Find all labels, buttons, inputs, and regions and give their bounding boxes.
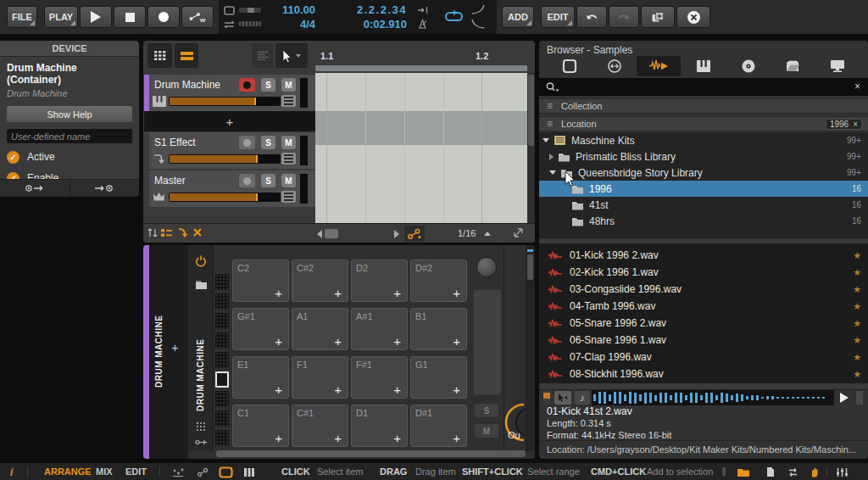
arranger-lanes[interactable] bbox=[315, 73, 527, 223]
favorite-star-icon[interactable]: ★ bbox=[853, 318, 861, 329]
redo-button[interactable] bbox=[609, 6, 639, 28]
view-tab-edit[interactable]: EDIT bbox=[125, 466, 147, 477]
clear-selection-icon[interactable] bbox=[192, 227, 203, 237]
audition-on-select-button[interactable] bbox=[554, 391, 571, 405]
fade-in-icon[interactable] bbox=[471, 4, 485, 14]
delete-button[interactable] bbox=[676, 6, 710, 28]
play-menu-button[interactable]: PLAY bbox=[44, 6, 78, 28]
pad-bank-thumb[interactable] bbox=[215, 274, 229, 290]
note-link-icon[interactable] bbox=[197, 467, 209, 477]
volume-fader[interactable] bbox=[169, 97, 281, 106]
pad-bank-thumb[interactable] bbox=[215, 391, 229, 407]
undo-button[interactable] bbox=[576, 6, 607, 28]
tree-item-queensbridge-story-library[interactable]: Queensbridge Story Library99+ bbox=[539, 165, 868, 181]
tree-expand-arrow[interactable] bbox=[549, 170, 556, 175]
position-display[interactable]: 2.2.2.34 bbox=[332, 3, 407, 16]
pad-add-icon[interactable]: + bbox=[393, 382, 401, 397]
pad-add-icon[interactable]: + bbox=[393, 286, 401, 300]
edit-menu-button[interactable]: EDIT bbox=[541, 6, 575, 28]
tempo-display[interactable]: 110.00 bbox=[261, 3, 315, 16]
favorite-star-icon[interactable]: ★ bbox=[853, 284, 861, 295]
sample-item[interactable]: 07-Clap 1996.wav★ bbox=[539, 349, 868, 366]
track-height-icon[interactable] bbox=[147, 227, 158, 238]
info-icon[interactable]: i bbox=[10, 466, 13, 478]
stop-button[interactable] bbox=[114, 6, 146, 28]
signal-flow-icon[interactable] bbox=[195, 438, 208, 446]
sample-item[interactable]: 06-Snare 1996 1.wav★ bbox=[539, 332, 868, 349]
record-arm-button[interactable] bbox=[239, 78, 255, 92]
remote-controls-icon[interactable] bbox=[196, 421, 206, 432]
favorite-star-icon[interactable]: ★ bbox=[853, 369, 861, 380]
groove-amount-slider[interactable] bbox=[239, 8, 261, 13]
drum-pad-g1[interactable]: G1+ bbox=[410, 356, 467, 399]
drum-pad-b1[interactable]: B1+ bbox=[410, 308, 467, 350]
pointer-tool-button[interactable] bbox=[275, 43, 308, 68]
track-name[interactable]: Drum Machine bbox=[154, 79, 220, 91]
show-help-button[interactable]: Show Help bbox=[7, 106, 132, 122]
pad-add-icon[interactable]: + bbox=[334, 286, 342, 300]
preview-play-button[interactable] bbox=[840, 393, 849, 403]
time-signature-display[interactable]: 4/4 bbox=[261, 18, 315, 31]
add-menu-button[interactable]: ADD bbox=[502, 6, 534, 28]
device-vertical-scrollbar[interactable] bbox=[526, 245, 535, 451]
pad-bank-thumb[interactable] bbox=[215, 430, 229, 446]
device-header-strip[interactable]: DRUM MACHINE bbox=[188, 245, 214, 451]
track-name[interactable]: Master bbox=[154, 175, 186, 187]
snap-settings-button[interactable] bbox=[404, 226, 425, 242]
favorite-star-icon[interactable]: ★ bbox=[853, 352, 861, 363]
arranger-loop-icon[interactable] bbox=[444, 9, 465, 24]
mute-button[interactable]: M bbox=[281, 174, 296, 187]
favorite-star-icon[interactable]: ★ bbox=[853, 267, 861, 278]
drum-pad-fs1[interactable]: F#1+ bbox=[351, 356, 408, 399]
pad-bank-thumb[interactable] bbox=[215, 352, 229, 368]
pad-mute-button[interactable]: M bbox=[475, 424, 498, 438]
filter-clear-icon[interactable]: × bbox=[853, 120, 858, 129]
file-menu-button[interactable]: FILE bbox=[7, 6, 37, 28]
pad-add-icon[interactable]: + bbox=[453, 382, 460, 397]
section-menu-icon[interactable]: ≡ bbox=[547, 118, 553, 130]
drum-pad-e1[interactable]: E1+ bbox=[232, 356, 289, 399]
results-scrollbar[interactable] bbox=[539, 383, 868, 390]
device-power-icon[interactable] bbox=[195, 255, 207, 267]
view-tab-arrange[interactable]: ARRANGE bbox=[44, 466, 92, 477]
track-s1-effect[interactable]: S1 Effect S M bbox=[144, 132, 315, 169]
favorite-star-icon[interactable]: ★ bbox=[853, 250, 861, 261]
drum-pad-c2[interactable]: C2+ bbox=[232, 260, 289, 302]
tree-item-1996[interactable]: 199616 bbox=[539, 181, 868, 197]
pad-add-icon[interactable]: + bbox=[275, 382, 282, 397]
tree-item-41st[interactable]: 41st16 bbox=[539, 197, 868, 213]
input-routing-button[interactable] bbox=[0, 180, 70, 197]
automation-write-button[interactable]: w bbox=[181, 6, 214, 28]
record-arm-button[interactable] bbox=[239, 174, 255, 187]
fade-out-icon[interactable] bbox=[471, 19, 485, 29]
pad-add-icon[interactable]: + bbox=[275, 286, 282, 300]
drum-pad-a1[interactable]: A1+ bbox=[292, 308, 348, 350]
favorite-star-icon[interactable]: ★ bbox=[853, 335, 861, 346]
pad-add-icon[interactable]: + bbox=[393, 431, 401, 445]
output-routing-button[interactable] bbox=[70, 180, 140, 197]
volume-fader[interactable] bbox=[169, 154, 281, 164]
drum-pad-d1[interactable]: D1+ bbox=[351, 405, 408, 447]
mixer-bars-icon[interactable] bbox=[836, 467, 849, 477]
view-tab-mix[interactable]: MIX bbox=[96, 466, 113, 477]
scroll-left-arrow[interactable] bbox=[317, 230, 322, 238]
sample-item[interactable]: 03-Congaslide 1996.wav★ bbox=[539, 281, 868, 298]
arranger-vertical-scrollbar[interactable] bbox=[527, 73, 535, 223]
pad-bank-thumb[interactable] bbox=[215, 410, 229, 427]
pad-add-icon[interactable]: + bbox=[334, 334, 342, 349]
automation-dots-icon[interactable] bbox=[171, 467, 185, 477]
search-bar[interactable]: × bbox=[539, 78, 868, 96]
drum-pad-cs2[interactable]: C#2+ bbox=[292, 260, 348, 302]
shuffle-icon[interactable] bbox=[224, 20, 235, 29]
clip-launcher-icon[interactable] bbox=[219, 466, 233, 478]
sample-item[interactable]: 01-Kick 1996 2.wav★ bbox=[539, 247, 868, 264]
tree-expand-arrow[interactable] bbox=[542, 138, 549, 142]
groove-rate-slider[interactable] bbox=[239, 21, 261, 26]
solo-button[interactable]: S bbox=[261, 174, 275, 187]
hand-tool-icon[interactable] bbox=[809, 466, 820, 477]
loop-brace-icon[interactable] bbox=[224, 6, 235, 15]
horizontal-scroll-handle[interactable] bbox=[325, 229, 338, 238]
device-name-input[interactable]: User-defined name bbox=[7, 129, 132, 143]
swap-arrows-icon[interactable] bbox=[787, 467, 798, 477]
add-track-button[interactable]: + bbox=[144, 111, 315, 131]
